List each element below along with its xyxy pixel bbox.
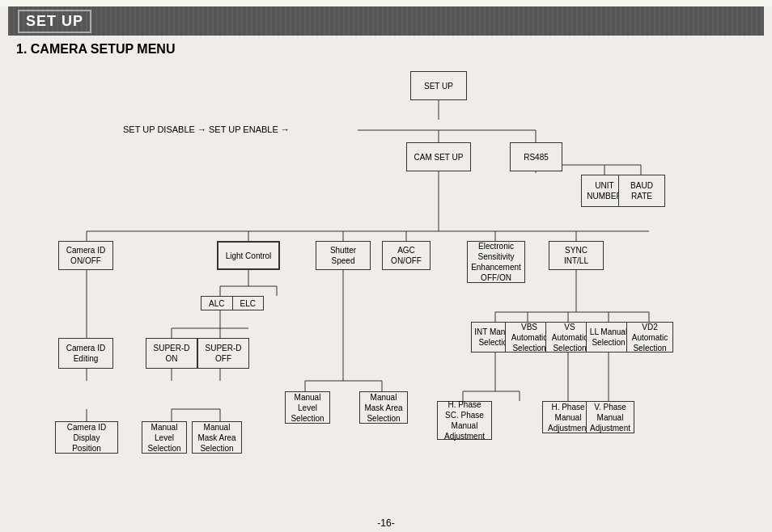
box-super-d-on: SUPER-D ON	[146, 338, 197, 369]
box-rs485: RS485	[510, 142, 562, 171]
box-baud-rate: BAUD RATE	[618, 175, 665, 207]
box-manual-mask-area1: Manual Mask Area Selection	[192, 421, 242, 454]
box-ese: Electronic Sensitivity Enhancement OFF/O…	[467, 241, 525, 283]
diagram: SET UP DISABLE → SET UP ENABLE → SET UP …	[10, 61, 762, 514]
box-agc-onoff: AGC ON/OFF	[382, 241, 431, 270]
page-number: -16-	[0, 517, 772, 529]
box-camera-id-display: Camera ID Display Position	[55, 421, 118, 454]
header-title: SET UP	[18, 10, 91, 33]
page: SET UP 1. CAMERA SETUP MENU	[0, 6, 772, 532]
box-vd2-automatic: VD2 Automatic Selection	[626, 322, 673, 353]
box-setup: SET UP	[410, 71, 467, 100]
box-camera-id-editing: Camera ID Editing	[58, 338, 113, 369]
box-v-phase-manual: V. Phase Manual Adjustment	[586, 401, 634, 433]
box-light-control: Light Control	[217, 241, 280, 270]
box-sync-intll: SYNC INT/LL	[549, 241, 604, 270]
box-super-d-off: SUPER-D OFF	[197, 338, 249, 369]
box-manual-level-sel1: Manual Level Selection	[142, 421, 187, 454]
box-manual-level-sel2: Manual Level Selection	[285, 391, 330, 424]
box-shutter-speed: Shutter Speed	[316, 241, 371, 270]
box-elc: ELC	[233, 297, 264, 310]
section-title: 1. CAMERA SETUP MENU	[16, 42, 756, 57]
box-alc: ALC	[201, 297, 233, 310]
box-manual-mask-area2: Manual Mask Area Selection	[359, 391, 408, 424]
box-cam-setup: CAM SET UP	[406, 142, 471, 171]
setup-flow-label: SET UP DISABLE → SET UP ENABLE →	[123, 125, 290, 134]
box-camera-id-onoff: Camera ID ON/OFF	[58, 241, 113, 270]
box-ll-manual: LL Manual Selection	[586, 322, 631, 353]
box-alc-elc: ALC ELC	[201, 296, 264, 310]
box-h-phase-sc: H. Phase SC. Phase Manual Adjustment	[437, 401, 492, 440]
header-bar: SET UP	[8, 6, 764, 36]
